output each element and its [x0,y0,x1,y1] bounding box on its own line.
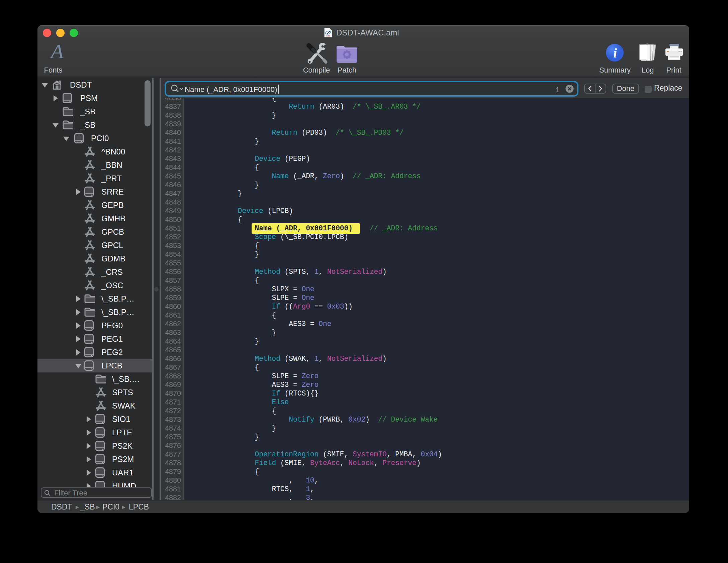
svg-text:i: i [613,45,617,61]
svg-text:AML: AML [326,35,331,37]
